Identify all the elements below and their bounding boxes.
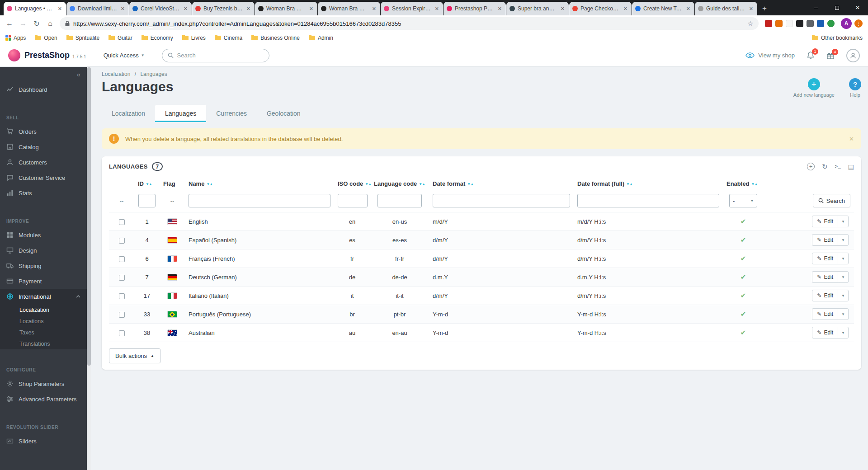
bookmark-cinema[interactable]: Cinema (215, 35, 242, 41)
filter-language-code-input[interactable] (377, 194, 422, 207)
filter-name-input[interactable] (189, 194, 330, 207)
filter-date-format-full-input[interactable] (577, 194, 719, 207)
forward-icon[interactable]: → (16, 17, 30, 30)
close-button[interactable]: ✕ (847, 0, 868, 15)
browser-tab[interactable]: Guide des tail…✕ (695, 2, 757, 15)
extension-icon[interactable] (786, 20, 793, 27)
breadcrumb-localization[interactable]: Localization (102, 71, 130, 77)
tab-close-icon[interactable]: ✕ (57, 6, 63, 12)
profile-avatar[interactable] (846, 49, 860, 62)
sidebar-item-catalog[interactable]: Catalog (0, 139, 87, 155)
sql-query-icon[interactable]: >_ (835, 164, 841, 169)
enabled-check-icon[interactable]: ✔ (741, 291, 746, 299)
extension-icon[interactable] (775, 20, 783, 27)
minimize-button[interactable] (806, 0, 826, 15)
browser-tab[interactable]: Create New To…✕ (632, 2, 694, 15)
sidebar-item-customer-service[interactable]: Customer Service (0, 170, 87, 185)
sidebar-item-shop-parameters[interactable]: Shop Parameters (0, 376, 87, 391)
row-checkbox[interactable] (119, 312, 125, 318)
extension-icon[interactable] (817, 20, 824, 27)
column-date-format[interactable]: Date format (433, 180, 465, 187)
panel-add-icon[interactable]: + (807, 163, 815, 170)
bookmark-guitar[interactable]: Guitar (108, 35, 132, 41)
sidebar-item-international[interactable]: International (0, 289, 87, 304)
sort-icons[interactable] (467, 182, 473, 186)
bookmark-spritualite[interactable]: Spritualite (66, 35, 99, 41)
edit-button[interactable]: ✎Edit▼ (812, 327, 849, 338)
bookmark-economy[interactable]: Economy (142, 35, 173, 41)
search-input[interactable] (177, 52, 264, 59)
browser-tab[interactable]: Buy Tezenis b…✕ (192, 2, 255, 15)
enabled-check-icon[interactable]: ✔ (741, 273, 746, 281)
bookmark-open[interactable]: Open (35, 35, 57, 41)
browser-tab[interactable]: Download limi…✕ (66, 2, 129, 15)
edit-dropdown-caret[interactable]: ▼ (838, 235, 848, 245)
sidebar-subitem-translations[interactable]: Translations (0, 338, 87, 349)
announcements-button[interactable]: 4 (826, 52, 835, 60)
browser-tab[interactable]: Corel VideoSt…✕ (129, 2, 192, 15)
export-icon[interactable]: ▤ (848, 163, 854, 170)
sidebar-scrollbar[interactable] (87, 66, 91, 470)
tab-close-icon[interactable]: ✕ (623, 6, 628, 12)
back-icon[interactable]: ← (3, 17, 16, 30)
edit-dropdown-caret[interactable]: ▼ (838, 272, 848, 282)
extension-icon[interactable] (827, 20, 835, 27)
other-bookmarks[interactable]: Other bookmarks (812, 35, 863, 41)
bulk-actions-button[interactable]: Bulk actions ▲ (109, 348, 160, 363)
sidebar-item-sliders[interactable]: Sliders (0, 433, 87, 449)
new-tab-button[interactable]: + (758, 2, 771, 15)
tab-close-icon[interactable]: ✕ (245, 6, 251, 12)
browser-tab[interactable]: Woman Bra G…✕ (255, 2, 317, 15)
row-checkbox[interactable] (119, 275, 125, 281)
browser-tab[interactable]: Page Checkou…✕ (569, 2, 632, 15)
refresh-icon[interactable]: ↻ (822, 163, 828, 171)
tab-localization[interactable]: Localization (102, 105, 155, 122)
sidebar-subitem-localization[interactable]: Localization (0, 304, 87, 315)
column-enabled[interactable]: Enabled (726, 180, 750, 187)
sidebar-item-payment[interactable]: Payment (0, 273, 87, 289)
browser-profile-avatar[interactable]: A (841, 18, 852, 29)
enabled-check-icon[interactable]: ✔ (741, 217, 746, 225)
row-checkbox[interactable] (119, 293, 125, 299)
edit-button[interactable]: ✎Edit▼ (812, 271, 849, 283)
bookmark-business-online[interactable]: Business Online (251, 35, 300, 41)
bookmark-admin[interactable]: Admin (309, 35, 333, 41)
enabled-check-icon[interactable]: ✔ (741, 236, 746, 244)
browser-tab[interactable]: Woman Bra G…✕ (318, 2, 380, 15)
edit-dropdown-caret[interactable]: ▼ (838, 327, 848, 338)
reload-icon[interactable]: ↻ (30, 17, 43, 30)
column-language-code[interactable]: Language code (374, 180, 417, 187)
help-button[interactable]: ? Help (849, 78, 861, 98)
tab-close-icon[interactable]: ✕ (120, 6, 126, 12)
sort-icons[interactable] (419, 182, 425, 186)
tab-languages[interactable]: Languages (155, 105, 206, 122)
tab-close-icon[interactable]: ✕ (685, 6, 691, 12)
bookmark-apps[interactable]: Apps (5, 35, 26, 41)
sort-icons[interactable] (146, 182, 152, 186)
add-new-language-button[interactable]: + Add new language (793, 78, 835, 98)
sidebar-subitem-locations[interactable]: Locations (0, 315, 87, 327)
search-button[interactable]: Search (813, 194, 850, 207)
sort-icons[interactable] (206, 182, 212, 186)
tab-close-icon[interactable]: ✕ (371, 6, 377, 12)
row-checkbox[interactable] (119, 256, 125, 262)
breadcrumb-languages[interactable]: Languages (140, 71, 167, 77)
edit-button[interactable]: ✎Edit▼ (812, 290, 849, 301)
column-name[interactable]: Name (189, 180, 204, 187)
sidebar-item-orders[interactable]: Orders (0, 124, 87, 139)
column-date-format-full[interactable]: Date format (full) (577, 180, 624, 187)
tab-close-icon[interactable]: ✕ (308, 6, 314, 12)
column-id[interactable]: ID (138, 180, 144, 187)
tab-close-icon[interactable]: ✕ (497, 6, 503, 12)
edit-dropdown-caret[interactable]: ▼ (838, 290, 848, 301)
tab-currencies[interactable]: Currencies (206, 105, 257, 122)
edit-dropdown-caret[interactable]: ▼ (838, 253, 848, 264)
sort-icons[interactable] (751, 182, 758, 186)
sort-icons[interactable] (365, 182, 371, 186)
enabled-check-icon[interactable]: ✔ (741, 254, 746, 262)
edit-button[interactable]: ✎Edit▼ (812, 234, 849, 246)
tab-geolocation[interactable]: Geolocation (257, 105, 311, 122)
sidebar-collapse-button[interactable]: « (0, 66, 87, 82)
sort-icons[interactable] (626, 182, 632, 186)
edit-button[interactable]: ✎Edit▼ (812, 308, 849, 320)
